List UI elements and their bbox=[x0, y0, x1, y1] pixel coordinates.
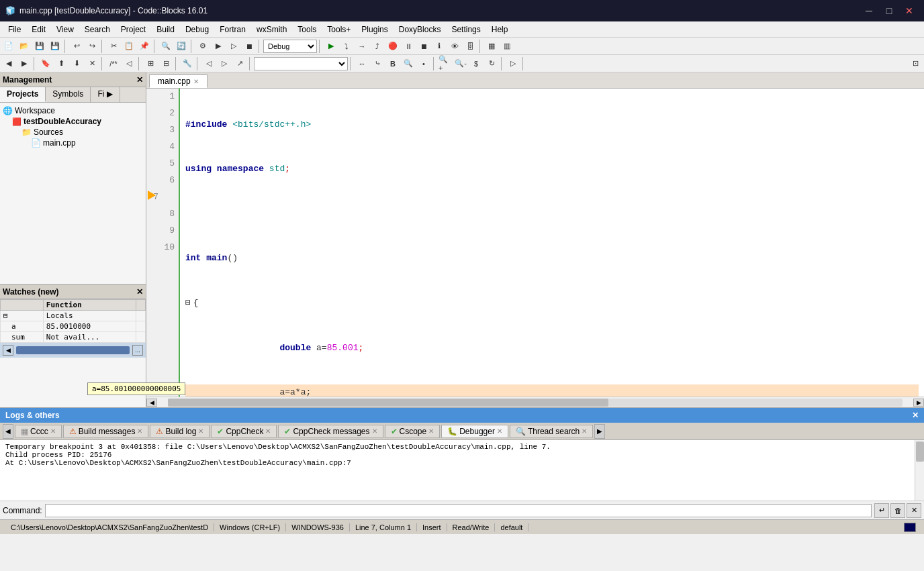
management-tabs[interactable]: Projects Symbols Fi ▶ bbox=[0, 87, 146, 103]
watches-close[interactable]: ✕ bbox=[136, 287, 143, 297]
tb-replace[interactable]: 🔄 bbox=[174, 39, 189, 54]
tb2-back[interactable]: ◀ bbox=[1, 56, 16, 71]
watches-more-btn[interactable]: ... bbox=[132, 345, 143, 356]
command-close-btn[interactable]: ✕ bbox=[907, 503, 921, 518]
tb-debug-mem[interactable]: 🗄 bbox=[463, 39, 477, 54]
tb-save[interactable]: 💾 bbox=[32, 39, 47, 54]
horizontal-scrollbar[interactable]: ◀ ▶ bbox=[146, 397, 924, 407]
menu-view[interactable]: View bbox=[51, 23, 79, 36]
command-submit-btn[interactable]: ↵ bbox=[874, 503, 889, 518]
cppcheck-close[interactable]: ✕ bbox=[265, 427, 271, 435]
hscroll-thumb[interactable] bbox=[168, 399, 608, 407]
tb2-prev-nav[interactable]: ◁ bbox=[201, 56, 216, 71]
tb-debug-bp[interactable]: 🔴 bbox=[385, 39, 400, 54]
code-editor[interactable]: 1 2 3 4 5 6 7 8 9 10 #include <bits/stdc bbox=[146, 89, 924, 397]
watches-scroll-left[interactable]: ◀ bbox=[3, 345, 13, 356]
tb2-fwd[interactable]: ▶ bbox=[17, 56, 32, 71]
debugger-close[interactable]: ✕ bbox=[497, 427, 502, 435]
tb2-jump2[interactable]: ⤷ bbox=[370, 56, 385, 71]
tb-open[interactable]: 📂 bbox=[17, 39, 32, 54]
tb-compile[interactable]: ⚙ bbox=[195, 39, 210, 54]
tree-project[interactable]: 🟥 testDoubleAccuracy bbox=[3, 116, 143, 127]
tb2-next-nav[interactable]: ▷ bbox=[217, 56, 232, 71]
tb-debug-pause[interactable]: ⏸ bbox=[401, 39, 416, 54]
watches-row-a[interactable]: a 85.0010000 bbox=[1, 321, 146, 332]
tb2-bookmark[interactable]: 🔖 bbox=[38, 56, 53, 71]
menu-tools-plus[interactable]: Tools+ bbox=[322, 23, 356, 36]
management-close[interactable]: ✕ bbox=[136, 75, 143, 85]
logs-close-icon[interactable]: ✕ bbox=[912, 411, 919, 420]
tb-save-all[interactable]: 💾 bbox=[48, 39, 62, 54]
tb2-clear-bm[interactable]: ✕ bbox=[85, 56, 99, 71]
tab-main-cpp[interactable]: main.cpp ✕ bbox=[149, 74, 207, 88]
menu-wxsmith[interactable]: wxSmith bbox=[251, 23, 292, 36]
hscroll-track[interactable] bbox=[168, 399, 903, 407]
tb2-zoom-in[interactable]: 🔍+ bbox=[438, 56, 453, 71]
tb-debug-watches[interactable]: 👁 bbox=[447, 39, 462, 54]
logs-tab-cscope[interactable]: ✔ Cscope ✕ bbox=[385, 425, 441, 438]
tb2-arrow-right[interactable]: ▷ bbox=[506, 56, 520, 71]
menu-doxyblocks[interactable]: DoxyBlocks bbox=[394, 23, 447, 36]
tree-sources[interactable]: 📁 Sources bbox=[3, 127, 143, 138]
tb2-prev-bm[interactable]: ⬆ bbox=[54, 56, 68, 71]
tb2-layout[interactable]: ⊟ bbox=[158, 56, 173, 71]
tb-debug-stop[interactable]: ⏹ bbox=[416, 39, 431, 54]
tb2-bold[interactable]: B bbox=[385, 56, 400, 71]
tab-symbols[interactable]: Symbols bbox=[46, 87, 91, 102]
tb2-find2[interactable]: 🔍 bbox=[401, 56, 416, 71]
menu-project[interactable]: Project bbox=[116, 23, 151, 36]
tab-more[interactable]: Fi ▶ bbox=[91, 87, 120, 102]
tb-stop[interactable]: ⏹ bbox=[242, 39, 257, 54]
thread-close[interactable]: ✕ bbox=[582, 427, 587, 435]
menu-search[interactable]: Search bbox=[79, 23, 116, 36]
menu-debug[interactable]: Debug bbox=[180, 23, 214, 36]
tb2-match[interactable]: ↔ bbox=[355, 56, 369, 71]
tb2-toggle-panel[interactable]: ⊞ bbox=[143, 56, 158, 71]
tb2-undoc[interactable]: ◁ bbox=[122, 56, 136, 71]
build-log-close[interactable]: ✕ bbox=[198, 427, 203, 435]
logs-tab-cccc[interactable]: ▦ Cccc ✕ bbox=[15, 425, 62, 438]
tb2-dollar[interactable]: $ bbox=[469, 56, 483, 71]
tb-paste[interactable]: 📌 bbox=[137, 39, 152, 54]
logs-nav-next[interactable]: ▶ bbox=[594, 424, 605, 439]
menu-tools[interactable]: Tools bbox=[292, 23, 322, 36]
menu-build[interactable]: Build bbox=[151, 23, 180, 36]
logs-tab-cppcheck[interactable]: ✔ CppCheck ✕ bbox=[211, 425, 277, 438]
cccc-close[interactable]: ✕ bbox=[50, 427, 56, 435]
window-controls[interactable]: ─ □ ✕ bbox=[860, 1, 919, 20]
logs-nav-prev[interactable]: ◀ bbox=[3, 424, 13, 439]
tb-build-run[interactable]: ▷ bbox=[226, 39, 241, 54]
tb2-extra[interactable]: ⊡ bbox=[908, 56, 923, 71]
menu-edit[interactable]: Edit bbox=[26, 23, 51, 36]
maximize-button[interactable]: □ bbox=[880, 1, 898, 20]
tb-debug-step[interactable]: ⤵ bbox=[339, 39, 354, 54]
command-clear-btn[interactable]: 🗑 bbox=[890, 503, 905, 518]
tb-cut[interactable]: ✂ bbox=[106, 39, 121, 54]
logs-tab-cppcheck-messages[interactable]: ✔ CppCheck messages ✕ bbox=[278, 425, 383, 438]
close-button[interactable]: ✕ bbox=[900, 1, 919, 20]
menu-settings[interactable]: Settings bbox=[446, 23, 486, 36]
tb2-dot[interactable]: • bbox=[416, 56, 431, 71]
hscroll-right-btn[interactable]: ▶ bbox=[913, 399, 924, 407]
tb2-doc[interactable]: /** bbox=[106, 56, 121, 71]
tb-debug-next[interactable]: → bbox=[355, 39, 369, 54]
tb2-zoom-out[interactable]: 🔍- bbox=[453, 56, 468, 71]
tree-workspace[interactable]: 🌐 Workspace bbox=[3, 105, 143, 116]
tb-new[interactable]: 📄 bbox=[1, 39, 16, 54]
tb-debug-info[interactable]: ℹ bbox=[432, 39, 447, 54]
build-target-dropdown[interactable]: Debug bbox=[263, 40, 317, 53]
cscope-close[interactable]: ✕ bbox=[428, 427, 434, 435]
tb-find[interactable]: 🔍 bbox=[158, 39, 173, 54]
jump-dropdown[interactable] bbox=[254, 57, 348, 70]
tab-projects[interactable]: Projects bbox=[0, 87, 46, 102]
tb-undo[interactable]: ↩ bbox=[69, 39, 84, 54]
build-msg-close[interactable]: ✕ bbox=[137, 427, 142, 435]
logs-scrollbar[interactable] bbox=[915, 440, 924, 501]
tb-extra1[interactable]: ▦ bbox=[484, 39, 499, 54]
command-input[interactable] bbox=[45, 504, 872, 517]
menu-file[interactable]: File bbox=[3, 23, 26, 36]
menu-help[interactable]: Help bbox=[486, 23, 514, 36]
locals-minus[interactable]: ⊟ bbox=[1, 311, 44, 321]
cppcheck-msg-close[interactable]: ✕ bbox=[372, 427, 377, 435]
logs-tab-build-log[interactable]: ⚠ Build log ✕ bbox=[150, 425, 210, 438]
